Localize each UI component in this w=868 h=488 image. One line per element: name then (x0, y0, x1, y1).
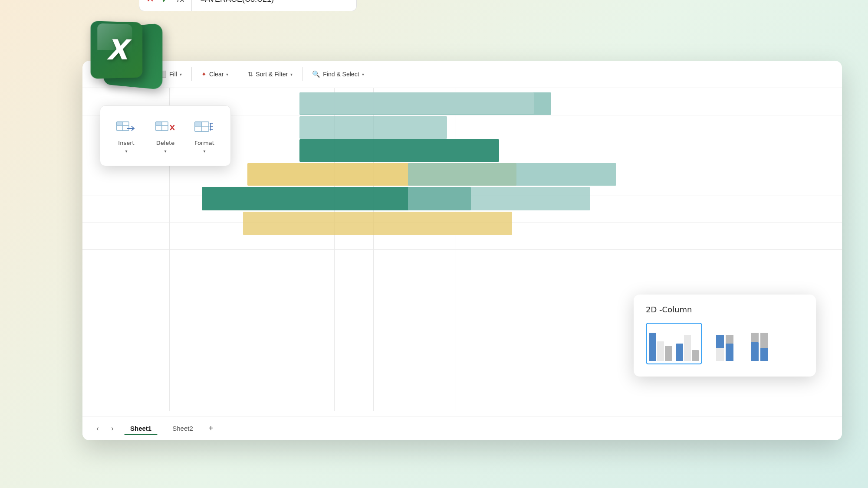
insert-chevron: ▾ (125, 149, 127, 154)
clear-chevron: ▾ (226, 72, 228, 77)
bar-g1 (665, 346, 672, 361)
insert-icon (116, 120, 137, 137)
format-chevron: ▾ (203, 149, 205, 154)
chart-option-100pct[interactable] (747, 323, 772, 364)
chart-popup: 2D -Column (634, 295, 816, 377)
separator-3 (238, 67, 238, 81)
stack-b1-top (716, 335, 724, 348)
sort-filter-button[interactable]: ⇅ Sort & Filter ▾ (242, 67, 299, 81)
formula-input[interactable]: =AVERAGE(C3:C21) (192, 0, 357, 11)
formula-confirm-button[interactable]: ✓ (161, 0, 169, 5)
delete-label: Delete (156, 140, 175, 146)
chart-option-clustered[interactable] (646, 323, 702, 364)
insert-label: Insert (118, 140, 134, 146)
fill-chevron: ▾ (180, 72, 182, 77)
separator-4 (302, 67, 302, 81)
svg-rect-17 (202, 122, 209, 126)
svg-rect-11 (162, 126, 168, 131)
clear-icon: ✦ (201, 71, 207, 78)
mini-chart-3 (751, 326, 768, 361)
stack-b1-bot (716, 348, 724, 361)
formula-cancel-button[interactable]: ✕ (146, 0, 154, 4)
bar-w2 (684, 335, 691, 361)
find-icon: 🔍 (312, 70, 320, 78)
cells-area: Insert ▾ (82, 88, 842, 411)
tab-next-button[interactable]: › (106, 422, 119, 435)
bar-g2 (692, 350, 699, 361)
insert-action[interactable]: Insert ▾ (109, 116, 144, 157)
mini-chart-1 (649, 326, 699, 361)
bar-row-7 (408, 187, 590, 210)
bar-row-2 (299, 116, 447, 139)
formula-bar: ✕ ✓ fx =AVERAGE(C3:C21) (139, 0, 357, 11)
excel-window: ∑ AutoSum ▾ ⬜ Fill ▾ ✦ Clear ▾ ⇅ Sort & … (82, 61, 842, 440)
find-select-label: Find & Select (323, 71, 359, 78)
bar-row-5 (408, 163, 616, 186)
svg-rect-12 (156, 122, 162, 126)
excel-logo: X (87, 17, 174, 104)
grid-h-6 (82, 249, 842, 250)
bar-b1 (649, 333, 656, 361)
stack-b2-top (726, 335, 733, 344)
tab-add-button[interactable]: + (204, 422, 217, 435)
svg-rect-6 (117, 122, 123, 126)
mini-chart-2 (716, 326, 733, 361)
bar-b2 (676, 344, 683, 361)
chart-popup-title: 2D -Column (646, 305, 804, 314)
bar-row-3 (299, 139, 499, 162)
format-icon (194, 120, 215, 137)
stack-b2-bot (726, 344, 733, 361)
delete-chevron: ▾ (164, 149, 166, 154)
sort-chevron: ▾ (290, 72, 293, 77)
formula-fx-icon: fx (176, 0, 184, 4)
separator-2 (191, 67, 192, 81)
delete-action[interactable]: Delete ▾ (148, 116, 183, 157)
cells-popup: Insert ▾ (100, 105, 231, 166)
svg-rect-10 (156, 126, 162, 131)
bar-row-9 (243, 212, 512, 235)
bar-w1 (657, 341, 664, 361)
format-action[interactable]: Format ▾ (187, 116, 222, 157)
delete-icon (155, 120, 176, 137)
bar-row-8 (299, 92, 534, 114)
sort-filter-label: Sort & Filter (256, 71, 288, 78)
tab-sheet2[interactable]: Sheet2 (163, 422, 203, 435)
toolbar: ∑ AutoSum ▾ ⬜ Fill ▾ ✦ Clear ▾ ⇅ Sort & … (82, 61, 842, 88)
svg-rect-19 (202, 126, 209, 131)
chart-option-stacked[interactable] (713, 323, 737, 364)
formula-value: =AVERAGE(C3:C21) (201, 0, 274, 4)
find-select-button[interactable]: 🔍 Find & Select ▾ (306, 67, 370, 82)
clear-label: Clear (209, 71, 224, 78)
clear-button[interactable]: ✦ Clear ▾ (195, 67, 234, 81)
svg-rect-2 (123, 122, 129, 126)
find-chevron: ▾ (362, 72, 364, 77)
format-label: Format (194, 140, 214, 146)
sheet-tabs: ‹ › Sheet1 Sheet2 + (82, 416, 842, 440)
svg-rect-18 (195, 126, 202, 131)
tab-prev-button[interactable]: ‹ (91, 422, 104, 435)
sort-icon: ⇅ (248, 71, 253, 78)
chart-options (646, 323, 804, 364)
svg-rect-16 (195, 122, 202, 126)
svg-rect-9 (162, 122, 168, 126)
tab-sheet1[interactable]: Sheet1 (121, 422, 161, 435)
svg-rect-3 (117, 126, 123, 131)
